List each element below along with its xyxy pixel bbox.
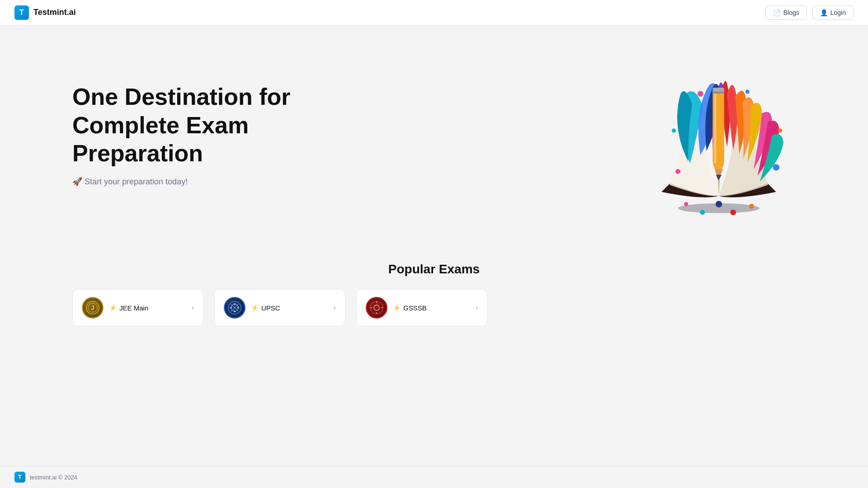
svg-rect-7 xyxy=(712,92,724,94)
login-button[interactable]: 👤 Login xyxy=(812,5,854,20)
header: T Testmint.ai 📄 Blogs 👤 Login xyxy=(0,0,868,25)
exam-name-gsssb: GSSSB xyxy=(403,304,427,312)
hero-section: One Destination for Complete Exam Prepar… xyxy=(0,0,868,244)
footer: T testmint.ai © 2024 xyxy=(0,466,868,488)
hero-subtitle: 🚀 Start your preparation today! xyxy=(72,177,588,187)
exam-arrow-upsc: › xyxy=(334,304,336,312)
hero-title: One Destination for Complete Exam Prepar… xyxy=(72,83,307,167)
svg-point-27 xyxy=(237,307,239,309)
svg-text:J: J xyxy=(91,304,94,311)
svg-point-31 xyxy=(374,305,379,310)
svg-point-24 xyxy=(234,303,236,305)
footer-text: testmint.ai © 2024 xyxy=(30,474,77,481)
exam-badge-upsc: ⚡ xyxy=(251,304,259,311)
svg-point-15 xyxy=(700,210,705,215)
hero-text: One Destination for Complete Exam Prepar… xyxy=(0,47,588,222)
hero-illustration xyxy=(633,49,805,221)
blogs-label: Blogs xyxy=(783,9,799,16)
header-actions: 📄 Blogs 👤 Login xyxy=(765,5,854,20)
exam-arrow-gsssb: › xyxy=(476,304,478,312)
hero-image-area xyxy=(588,31,868,239)
logo-icon: T xyxy=(14,5,29,20)
login-label: Login xyxy=(830,9,846,16)
svg-point-25 xyxy=(234,310,236,312)
logo[interactable]: T Testmint.ai xyxy=(14,5,76,20)
exam-logo-jee: J xyxy=(82,297,104,319)
exam-logo-upsc xyxy=(224,297,245,319)
exam-badge-jee: ⚡ xyxy=(109,304,117,311)
login-icon: 👤 xyxy=(820,9,828,16)
svg-rect-2 xyxy=(714,89,716,163)
exam-badge-gsssb: ⚡ xyxy=(393,304,401,311)
svg-point-18 xyxy=(749,204,754,209)
blogs-icon: 📄 xyxy=(773,9,781,16)
exam-name-upsc: UPSC xyxy=(261,304,280,312)
exam-card-upsc[interactable]: ⚡ UPSC › xyxy=(214,289,345,326)
logo-text: Testmint.ai xyxy=(33,8,76,17)
svg-point-12 xyxy=(698,91,703,97)
svg-point-26 xyxy=(230,307,232,309)
popular-exams-title: Popular Exams xyxy=(72,262,796,277)
exam-info-upsc: ⚡ UPSC xyxy=(251,304,334,312)
exam-info-jee: ⚡ JEE Main xyxy=(109,304,192,312)
exam-arrow-jee: › xyxy=(192,304,194,312)
svg-point-11 xyxy=(778,128,782,132)
exam-card-gsssb[interactable]: ⚡ GSSSB › xyxy=(356,289,487,326)
popular-exams-section: Popular Exams J ⚡ JEE Main › xyxy=(0,244,868,362)
svg-point-17 xyxy=(684,202,688,206)
exam-name-jee: JEE Main xyxy=(119,304,148,312)
svg-point-30 xyxy=(370,301,383,314)
svg-point-14 xyxy=(716,201,722,207)
svg-point-8 xyxy=(675,169,680,174)
svg-point-10 xyxy=(672,128,676,132)
blogs-button[interactable]: 📄 Blogs xyxy=(765,5,807,20)
svg-point-16 xyxy=(730,210,736,216)
exam-card-jee[interactable]: J ⚡ JEE Main › xyxy=(72,289,203,326)
exam-logo-gsssb xyxy=(366,297,387,319)
footer-logo: T xyxy=(14,472,25,483)
exam-info-gsssb: ⚡ GSSSB xyxy=(393,304,476,312)
svg-marker-5 xyxy=(716,175,722,181)
svg-point-9 xyxy=(773,164,779,170)
exam-cards-container: J ⚡ JEE Main › xyxy=(72,289,796,326)
svg-point-13 xyxy=(745,89,750,94)
